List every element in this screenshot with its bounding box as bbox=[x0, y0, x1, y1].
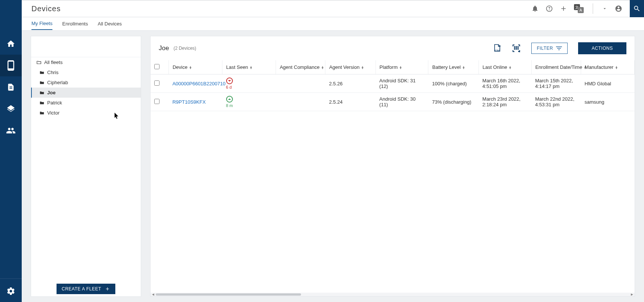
device-link[interactable]: A00000P6601B2200710 bbox=[172, 81, 225, 86]
scan-icon bbox=[512, 44, 521, 53]
col-manufacturer[interactable]: Manufacturer▲▼ bbox=[581, 60, 634, 74]
status-up-icon bbox=[226, 96, 233, 103]
tabs: My Fleets Enrollments All Devices bbox=[22, 17, 644, 31]
svg-rect-8 bbox=[517, 46, 517, 50]
plus-icon[interactable] bbox=[560, 5, 567, 12]
platform-cell: Android SDK: 30 (11) bbox=[376, 93, 428, 111]
table-scroll[interactable]: Device▲▼ Last Seen▲▼ Agent Compliance▲▼ … bbox=[151, 60, 635, 293]
users-icon bbox=[6, 126, 16, 135]
svg-rect-9 bbox=[518, 46, 519, 50]
row-checkbox[interactable] bbox=[154, 80, 160, 86]
folder-icon bbox=[39, 90, 45, 95]
top-header: Devices 文A bbox=[22, 0, 644, 17]
help-icon[interactable] bbox=[546, 5, 553, 12]
vertical-nav bbox=[0, 0, 22, 302]
phone-icon bbox=[7, 60, 15, 71]
create-fleet-label: CREATE A FLEET bbox=[62, 286, 101, 292]
scroll-thumb[interactable] bbox=[156, 293, 301, 296]
col-device[interactable]: Device▲▼ bbox=[168, 60, 222, 74]
translate-icon[interactable]: 文A bbox=[574, 4, 584, 13]
last-seen-cell: 6 d bbox=[226, 77, 272, 89]
agent-version-cell: 2.5.24 bbox=[325, 93, 376, 111]
tab-enrollments[interactable]: Enrollments bbox=[62, 18, 88, 30]
folder-icon bbox=[39, 70, 45, 75]
fleet-item-patrick[interactable]: Patrick bbox=[31, 98, 141, 108]
col-agent-version[interactable]: Agent Version▲▼ bbox=[325, 60, 376, 74]
svg-rect-5 bbox=[514, 46, 515, 50]
last-seen-text: 6 d bbox=[226, 85, 232, 89]
export-csv-button[interactable]: CSV bbox=[493, 44, 501, 53]
device-link[interactable]: R9PT10S9KFX bbox=[172, 99, 206, 105]
actions-label: ACTIONS bbox=[592, 46, 613, 51]
content: All fleets Chris Cipherlab Joe Patrick V… bbox=[22, 31, 644, 302]
last-seen-cell: 8 m bbox=[226, 96, 272, 108]
col-last-online[interactable]: Last Online▲▼ bbox=[479, 60, 531, 74]
select-all-checkbox[interactable] bbox=[154, 64, 160, 69]
nav-documents[interactable] bbox=[0, 76, 22, 98]
folder-outline-icon bbox=[36, 60, 42, 65]
filter-button[interactable]: FILTER bbox=[531, 43, 568, 54]
platform-cell: Android SDK: 31 (12) bbox=[376, 74, 428, 93]
fleet-name: Joe bbox=[159, 45, 169, 52]
svg-rect-6 bbox=[515, 46, 516, 50]
account-icon[interactable] bbox=[614, 5, 623, 12]
col-last-seen[interactable]: Last Seen▲▼ bbox=[222, 60, 276, 74]
fleet-label: Chris bbox=[47, 70, 58, 75]
fleet-item-joe[interactable]: Joe bbox=[31, 88, 141, 98]
scroll-left-icon: ◄ bbox=[151, 292, 155, 296]
fleet-item-cipherlab[interactable]: Cipherlab bbox=[31, 77, 141, 88]
nav-layers[interactable] bbox=[0, 98, 22, 120]
agent-version-cell: 2.5.26 bbox=[325, 74, 376, 93]
csv-icon: CSV bbox=[493, 44, 501, 53]
fleet-count: (2 Devices) bbox=[173, 46, 196, 51]
manufacturer-cell: samsung bbox=[581, 93, 634, 111]
chevron-down-icon[interactable] bbox=[602, 5, 607, 12]
fleet-label: Patrick bbox=[47, 100, 62, 106]
svg-rect-7 bbox=[516, 46, 517, 50]
fleet-label: Victor bbox=[47, 110, 60, 116]
battery-cell: 73% (discharging) bbox=[428, 93, 479, 111]
last-online-cell: March 16th 2022, 4:51:05 pm bbox=[479, 74, 531, 93]
nav-settings[interactable] bbox=[0, 280, 22, 302]
fleet-item-victor[interactable]: Victor bbox=[31, 108, 141, 118]
main-panel: Joe (2 Devices) CSV bbox=[150, 36, 635, 297]
nav-devices[interactable] bbox=[0, 55, 22, 76]
devices-table: Device▲▼ Last Seen▲▼ Agent Compliance▲▼ … bbox=[151, 60, 635, 111]
actions-button[interactable]: ACTIONS bbox=[578, 42, 626, 54]
document-icon bbox=[7, 83, 15, 91]
nav-users[interactable] bbox=[0, 120, 22, 141]
col-battery[interactable]: Battery Level▲▼ bbox=[428, 60, 479, 74]
battery-cell: 100% (charged) bbox=[428, 74, 479, 93]
enrollment-cell: March 22nd 2022, 4:53:31 pm bbox=[531, 93, 581, 111]
nav-home[interactable] bbox=[0, 33, 22, 55]
table-row: R9PT10S9KFX 8 m 2.5.24 Android SDK: 30 bbox=[151, 93, 635, 111]
filter-label: FILTER bbox=[537, 46, 553, 51]
svg-text:A: A bbox=[580, 8, 582, 12]
col-enrollment[interactable]: Enrollment Date/Time▲▼ bbox=[531, 60, 581, 74]
folder-icon bbox=[39, 100, 45, 106]
layers-icon bbox=[6, 104, 15, 113]
tab-all-devices[interactable]: All Devices bbox=[98, 18, 122, 30]
tab-my-fleets[interactable]: My Fleets bbox=[31, 18, 52, 30]
folder-icon bbox=[39, 110, 45, 116]
table-row: A00000P6601B2200710 6 d 2.5.26 Android bbox=[151, 74, 635, 93]
plus-icon bbox=[105, 286, 110, 292]
gear-icon bbox=[6, 287, 15, 296]
scan-button[interactable] bbox=[512, 44, 521, 53]
main-header: Joe (2 Devices) CSV bbox=[151, 36, 635, 60]
search-button[interactable] bbox=[630, 0, 644, 17]
fleet-item-chris[interactable]: Chris bbox=[31, 67, 141, 77]
last-online-cell: March 23rd 2022, 2:18:24 pm bbox=[479, 93, 531, 111]
col-platform[interactable]: Platform▲▼ bbox=[376, 60, 428, 74]
agent-compliance-cell bbox=[276, 74, 325, 93]
bell-icon[interactable] bbox=[531, 5, 539, 12]
create-fleet-button[interactable]: CREATE A FLEET bbox=[57, 284, 115, 294]
horizontal-scrollbar[interactable]: ◄ ► bbox=[151, 293, 635, 296]
search-icon bbox=[633, 5, 641, 12]
col-agent-compliance[interactable]: Agent Compliance▲▼ bbox=[276, 60, 325, 74]
fleet-panel: All fleets Chris Cipherlab Joe Patrick V… bbox=[31, 36, 141, 297]
manufacturer-cell: HMD Global bbox=[581, 74, 634, 93]
row-checkbox[interactable] bbox=[154, 99, 160, 104]
fleet-all[interactable]: All fleets bbox=[31, 57, 141, 67]
agent-compliance-cell bbox=[276, 93, 325, 111]
